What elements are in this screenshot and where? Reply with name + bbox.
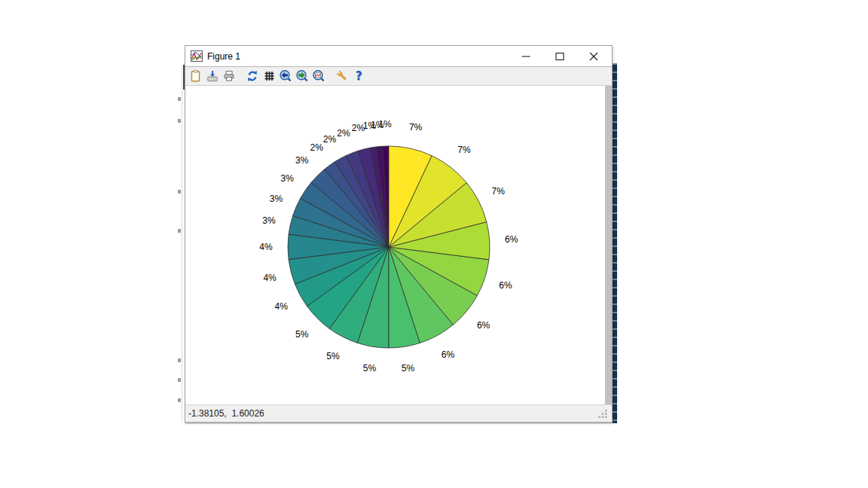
copy-clipboard-button[interactable] — [188, 68, 203, 84]
pie-slice-label: 5% — [326, 351, 340, 361]
status-bar: -1.38105, 1.60026 — [185, 404, 612, 421]
rotate-icon — [246, 69, 259, 83]
pie-slice-label: 7% — [409, 122, 423, 133]
figure-toolbar: ?? — [185, 66, 612, 86]
save-icon — [206, 69, 219, 83]
pie-chart: 1%1%1%2%2%2%2%3%3%3%3%4%4%4%5%5%5%5%6%6%… — [185, 86, 605, 404]
pie-slice-label: 6% — [499, 280, 512, 291]
background-edge-tick — [178, 97, 181, 101]
copy-clipboard-icon — [189, 69, 203, 83]
pie-slice-label: 5% — [295, 329, 309, 340]
close-button[interactable] — [576, 46, 610, 66]
zoom-in-button[interactable] — [294, 68, 310, 84]
pie-slice-label: 4% — [263, 273, 277, 283]
background-edge-tick — [178, 119, 181, 123]
pie-slice-label: 5% — [363, 363, 377, 374]
resize-grip[interactable] — [598, 409, 608, 419]
pie-slice-label: 3% — [295, 155, 309, 166]
tools-icon — [335, 69, 349, 83]
figure-canvas[interactable]: 1%1%1%2%2%2%2%3%3%3%3%4%4%4%5%5%5%5%6%6%… — [185, 86, 612, 404]
print-button[interactable] — [221, 68, 237, 84]
grid-icon — [262, 69, 276, 83]
maximize-icon — [555, 52, 564, 61]
pie-slice-label: 6% — [442, 349, 455, 360]
grid-button[interactable] — [261, 68, 277, 84]
pie-slice-label: 2% — [337, 128, 350, 139]
save-button[interactable] — [204, 68, 220, 84]
svg-text:?: ? — [355, 69, 362, 83]
background-edge-tick — [178, 358, 181, 362]
minimize-icon — [521, 52, 530, 61]
figure-icon — [191, 50, 203, 62]
background-edge-tick — [178, 190, 181, 194]
pie-slice-label: 1% — [363, 120, 377, 131]
pie-slice-label: 3% — [281, 173, 295, 184]
print-icon — [222, 69, 236, 83]
pie-slice-label: 3% — [270, 194, 283, 204]
pie-slice-label: 7% — [492, 186, 506, 197]
zoom-in-icon — [295, 69, 309, 83]
toolbar-group-gap — [237, 76, 244, 77]
pie-slice-label: 6% — [477, 320, 491, 331]
toolbar-group-gap — [327, 76, 334, 77]
close-icon — [589, 52, 598, 61]
background-edge-tick — [178, 229, 181, 233]
pie-slice-label: 4% — [275, 301, 289, 312]
zoom-out-button[interactable] — [277, 68, 293, 84]
pie-slice-label: 2% — [310, 142, 324, 153]
background-window-right-strip — [613, 63, 617, 423]
background-window-left-edge — [182, 66, 182, 422]
pie-slice-label: 3% — [262, 215, 276, 226]
title-bar[interactable]: Figure 1 — [185, 46, 612, 66]
pie-slice-label: 6% — [505, 234, 518, 245]
help-button[interactable]: ?? — [350, 68, 366, 84]
pie-slice-label: 4% — [259, 242, 273, 252]
background-edge-tick — [178, 378, 181, 382]
window-title: Figure 1 — [207, 51, 509, 62]
rotate-button[interactable] — [244, 68, 260, 84]
autoscale-icon — [312, 69, 326, 83]
pie-slice-label: 2% — [323, 134, 337, 145]
tools-button[interactable] — [334, 68, 350, 84]
cursor-coordinates: -1.38105, 1.60026 — [185, 408, 264, 419]
minimize-button[interactable] — [509, 46, 542, 66]
autoscale-button[interactable] — [310, 68, 326, 84]
pie-slice-label: 5% — [402, 363, 415, 374]
help-icon: ?? — [352, 69, 365, 83]
zoom-out-icon — [279, 69, 292, 83]
pie-slice-label: 2% — [352, 123, 365, 133]
caption-buttons — [509, 46, 612, 66]
canvas-right-gutter — [605, 86, 612, 404]
background-edge-tick — [178, 398, 181, 402]
maximize-button[interactable] — [542, 46, 576, 66]
figure-window: Figure 1 ?? 1%1%1%2%2%2%2%3%3%3%3%4%4%4%… — [185, 45, 613, 422]
pie-slice-label: 7% — [457, 145, 471, 155]
